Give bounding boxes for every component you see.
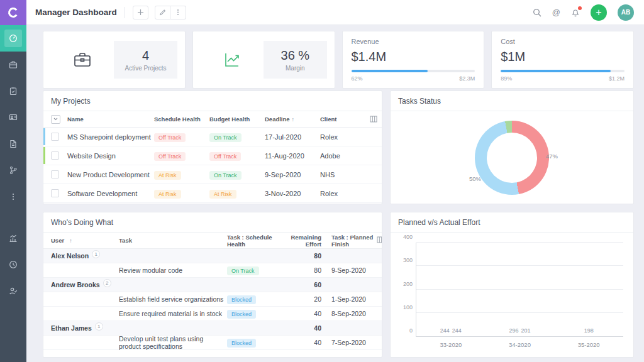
column-header-name[interactable]: Name — [67, 116, 154, 123]
margin-value-box: 36 % Margin — [264, 41, 326, 79]
avatar[interactable]: AB — [618, 4, 634, 21]
cost-progress-fill — [501, 70, 611, 72]
project-name[interactable]: Website Design — [67, 152, 154, 160]
task-name[interactable]: Establish field service organizations — [119, 295, 227, 303]
task-row[interactable]: Develop unit test plans using product sp… — [43, 336, 382, 350]
create-new-button[interactable]: + — [591, 4, 607, 21]
column-header-user[interactable]: User↑ — [43, 237, 119, 244]
sidebar-item-documents[interactable] — [0, 131, 26, 157]
plus-icon — [137, 9, 144, 16]
sidebar-item-reports[interactable] — [0, 225, 26, 251]
dashboard-menu-button[interactable] — [170, 6, 186, 19]
task-row[interactable]: Establish field service organizationsBlo… — [43, 292, 382, 307]
sidebar-item-dashboard[interactable] — [0, 25, 26, 52]
page-title: Manager Dashboard — [35, 8, 117, 17]
active-projects-card[interactable]: 4 Active Projects — [43, 31, 186, 89]
task-name[interactable]: Develop unit test plans using product sp… — [119, 335, 227, 350]
bar-value-label: 244 — [452, 327, 462, 334]
table-row[interactable]: Software DevelopmentAt RiskAt Risk3-Nov-… — [43, 184, 382, 203]
search-button[interactable] — [533, 8, 541, 17]
gridline — [416, 265, 623, 266]
add-dashboard-button[interactable] — [133, 6, 148, 19]
mentions-button[interactable]: @ — [552, 8, 560, 17]
project-name[interactable]: Software Development — [67, 190, 154, 197]
row-status-indicator — [43, 147, 45, 164]
notification-badge — [578, 6, 582, 10]
sidebar-item-discussions[interactable] — [0, 104, 26, 131]
budget-health-badge: Off Track — [209, 152, 241, 161]
search-icon — [533, 8, 541, 17]
column-header-remaining-effort[interactable]: Remaining Effort — [290, 234, 321, 248]
panels-row-1: My Projects Name Schedule Health Budget … — [43, 90, 634, 204]
task-count-badge: 1 — [92, 250, 100, 258]
sidebar-item-time[interactable] — [0, 251, 26, 278]
project-deadline: 9-Sep-2020 — [265, 171, 320, 178]
user-check-icon — [4, 282, 22, 300]
sidebar-item-more[interactable] — [0, 184, 26, 210]
my-projects-table-header: Name Schedule Health Budget Health Deadl… — [43, 111, 382, 128]
column-chooser-button[interactable] — [377, 236, 382, 244]
revenue-max: $2.3M — [459, 75, 475, 82]
sort-asc-icon: ↑ — [292, 116, 295, 123]
planned-finish: 8-Sep-2020 — [321, 310, 377, 317]
column-header-planned-finish[interactable]: Task : Planned Finish — [321, 234, 377, 248]
column-header-budget-health[interactable]: Budget Health — [209, 116, 265, 123]
sidebar-item-projects[interactable] — [0, 52, 26, 78]
budget-health-badge: At Risk — [209, 190, 236, 199]
table-row[interactable]: MS Sharepoint deploymentOff TrackOn Trac… — [43, 128, 382, 146]
workflow-branch-icon — [4, 162, 22, 179]
row-checkbox[interactable] — [51, 189, 59, 197]
y-axis-tick-label: 200 — [395, 281, 413, 287]
column-header-schedule-health[interactable]: Schedule Health — [154, 116, 209, 123]
pencil-icon — [159, 9, 166, 16]
app-logo[interactable] — [0, 0, 26, 25]
column-chooser-button[interactable] — [365, 116, 382, 123]
table-row[interactable]: Website DesignOff TrackOff Track11-Aug-2… — [43, 146, 382, 165]
table-row[interactable]: New Product DevelopmentAt RiskOn Track9-… — [43, 165, 382, 184]
margin-card[interactable]: 36 % Margin — [192, 31, 335, 89]
planned-finish: 1-Sep-2020 — [321, 295, 377, 303]
user-group-row[interactable]: Andrew Brooks260 — [43, 278, 382, 292]
project-client: Rolex — [320, 190, 365, 197]
gridline — [416, 242, 623, 243]
task-row[interactable]: Review modular codeOn Track809-Sep-2020 — [43, 263, 382, 278]
user-group-row[interactable]: Ethan James140 — [43, 321, 382, 336]
effort-chart-panel-title: Planned v/s Actual Effort — [391, 212, 633, 233]
task-row[interactable]: Ensure required material is in stockBloc… — [43, 307, 382, 321]
select-all-checkbox[interactable] — [51, 115, 60, 124]
planned-finish: 7-Sep-2020 — [321, 339, 377, 346]
app-window: Manager Dashboard @ — [0, 0, 644, 362]
whos-doing-what-table-header: User↑ Task Task : Schedule Health Remain… — [43, 233, 382, 249]
notifications-button[interactable] — [571, 8, 580, 17]
row-status-indicator — [43, 128, 45, 145]
user-group-row[interactable]: Alex Nelson180 — [43, 249, 382, 263]
task-schedule-health-badge: Blocked — [227, 339, 256, 348]
column-header-task[interactable]: Task — [119, 237, 227, 244]
row-checkbox[interactable] — [51, 151, 59, 160]
sidebar-item-approvals[interactable] — [0, 278, 26, 304]
column-header-deadline[interactable]: Deadline↑ — [265, 116, 320, 123]
kebab-icon — [175, 9, 181, 16]
tasks-status-donut[interactable] — [475, 121, 549, 195]
task-name[interactable]: Ensure required material is in stock — [119, 310, 227, 317]
revenue-title: Revenue — [352, 38, 475, 45]
gridline — [416, 289, 623, 290]
dashboard-content: 4 Active Projects 36 % Margin Revenue — [26, 25, 644, 362]
sidebar-item-workflow[interactable] — [0, 157, 26, 184]
row-checkbox[interactable] — [51, 170, 59, 178]
row-checkbox[interactable] — [51, 133, 59, 141]
cost-footer: 89% $1.2M — [501, 75, 625, 82]
cost-percent: 89% — [501, 75, 512, 82]
cost-card[interactable]: Cost $1M 89% $1.2M — [491, 31, 634, 89]
column-header-client[interactable]: Client — [320, 116, 365, 123]
edit-dashboard-button[interactable] — [155, 6, 170, 19]
column-header-task-schedule-health[interactable]: Task : Schedule Health — [227, 234, 290, 248]
whos-doing-what-panel-title: Who's Doing What — [43, 212, 382, 233]
task-name[interactable]: Review modular code — [119, 266, 227, 274]
revenue-progress-fill — [352, 70, 428, 72]
project-name[interactable]: MS Sharepoint deployment — [67, 133, 154, 141]
whos-doing-what-panel: Who's Doing What User↑ Task Task : Sched… — [43, 212, 382, 358]
project-name[interactable]: New Product Development — [67, 171, 154, 178]
sidebar-item-tasks[interactable] — [0, 78, 26, 104]
revenue-card[interactable]: Revenue $1.4M 62% $2.3M — [342, 31, 485, 89]
